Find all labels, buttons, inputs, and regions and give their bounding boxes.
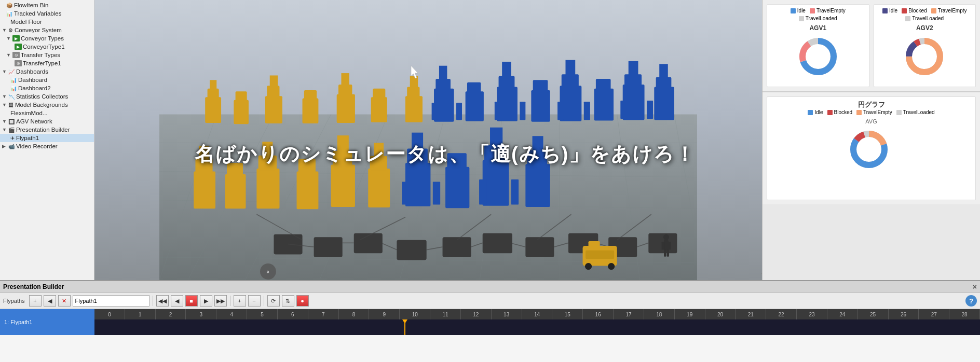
sidebar-item-conveyor-system[interactable]: ▼ ⚙ Conveyor System [0, 26, 94, 34]
pb-prev-frame-button[interactable]: ◀◀ [156, 295, 169, 307]
agv2-idle-label: Idle [889, 8, 897, 13]
svg-rect-56 [624, 74, 642, 87]
pb-stop-button[interactable]: ■ [185, 295, 198, 307]
sidebar-item-flowitem-bin[interactable]: 📦 FlowItem Bin [0, 1, 94, 9]
transfer-types-toggle[interactable]: ▼ [6, 52, 12, 58]
ruler-num-28: 28 [949, 309, 980, 319]
sidebar-item-video-recorder[interactable]: ▶ 📹 Video Recorder [0, 142, 94, 150]
viewport[interactable]: ⌖ ↗ 名ばかりのシミュレータは、「適(みち)」をあけろ！ [94, 0, 762, 280]
sidebar-item-model-floor[interactable]: Model Floor [0, 18, 94, 26]
sidebar-item-dashboard2[interactable]: 📊 Dashboard2 [0, 84, 94, 92]
pie-idle-swatch [808, 110, 813, 115]
dashboards-toggle[interactable]: ▼ [2, 69, 8, 74]
ruler-num-20: 20 [705, 309, 736, 319]
presentation-builder-panel: Presentation Builder × Flypaths + ◀ ✕ ◀◀… [0, 280, 980, 362]
sidebar-item-agv-network[interactable]: ▼ 🔲 AGV Network [0, 117, 94, 126]
sidebar-item-flexsim-mod[interactable]: FlexsimMod... [0, 109, 94, 117]
pb-track-content[interactable] [94, 319, 980, 335]
pb-flip-button[interactable]: ⇅ [282, 295, 294, 307]
svg-rect-25 [304, 90, 317, 101]
svg-rect-42 [499, 76, 515, 89]
sidebar-item-tracked-variables[interactable]: 📊 Tracked Variables [0, 9, 94, 18]
agv2-idle-color-swatch [882, 8, 888, 13]
agv1-donut [797, 36, 839, 77]
pb-ruler-numbers: 0 1 2 3 4 5 6 7 8 9 10 11 12 13 14 15 16… [94, 309, 980, 319]
agv-network-toggle[interactable]: ▼ [2, 119, 8, 124]
agv-network-icon: 🔲 [8, 119, 15, 124]
svg-rect-63 [194, 172, 215, 209]
svg-rect-90 [511, 179, 519, 204]
svg-rect-67 [227, 163, 243, 176]
svg-rect-62 [659, 64, 668, 78]
svg-rect-89 [479, 179, 486, 204]
ruler-num-14: 14 [522, 309, 553, 319]
ruler-num-5: 5 [247, 309, 278, 319]
pb-add-flypath-button[interactable]: + [29, 295, 42, 307]
sidebar-item-transfer-types[interactable]: ▼ ⊙ Transfer Types [0, 51, 94, 59]
svg-rect-32 [407, 87, 419, 99]
pie-travel-loaded-swatch [896, 110, 902, 115]
pb-next-frame-button[interactable]: ▶▶ [214, 295, 227, 307]
pb-close-button[interactable]: × [973, 283, 977, 291]
sidebar-item-conveyortype1[interactable]: ▶ ConveyorType1 [0, 43, 94, 51]
svg-rect-54 [596, 79, 611, 90]
sidebar-item-dashboard1[interactable]: 📊 Dashboard [0, 76, 94, 84]
agv1-legend-travel-loaded: TravelLoaded [799, 16, 837, 21]
sidebar-item-flypath1[interactable]: ✈ Flypath1 [0, 134, 94, 142]
pb-add-keyframe-button[interactable]: + [234, 295, 246, 307]
model-backgrounds-toggle[interactable]: ▼ [2, 102, 8, 107]
pb-playhead-triangle [402, 319, 407, 324]
pb-help-button[interactable]: ? [965, 295, 977, 307]
pb-flypath-name-input[interactable] [73, 295, 149, 307]
pie-chart-title: 円グラフ [770, 100, 972, 109]
pb-loop-button[interactable]: ⟳ [267, 295, 280, 307]
sidebar-item-dashboards[interactable]: ▼ 📈 Dashboards [0, 67, 94, 76]
svg-rect-38 [456, 103, 462, 120]
sidebar-item-statistics[interactable]: ▼ 📉 Statistics Collectors [0, 92, 94, 101]
svg-rect-29 [371, 97, 387, 122]
pb-title: Presentation Builder [3, 283, 64, 290]
conveyor-system-toggle[interactable]: ▼ [2, 27, 8, 33]
svg-rect-78 [374, 143, 384, 158]
svg-rect-97 [397, 240, 426, 260]
svg-rect-88 [490, 128, 502, 146]
svg-rect-52 [584, 102, 590, 120]
video-recorder-toggle[interactable]: ▶ [2, 144, 8, 149]
sidebar-item-conveyor-types[interactable]: ▼ ▶ Conveyor Types [0, 34, 94, 43]
pie-chart-section: 円グラフ Idle Blocked TravelEmpty [763, 92, 980, 204]
pb-delete-button[interactable]: ✕ [58, 295, 71, 307]
svg-rect-91 [525, 164, 550, 207]
svg-rect-53 [594, 89, 614, 121]
tracked-variables-icon: 📊 [6, 11, 12, 17]
pb-record-button[interactable]: ● [296, 295, 309, 307]
presentation-toggle[interactable]: ▼ [2, 127, 8, 132]
svg-rect-23 [270, 75, 278, 87]
sidebar-item-transfertype1[interactable]: ⊙ TransferType1 [0, 59, 94, 67]
transfertype1-icon: ⊙ [15, 60, 22, 66]
pb-step-fwd-button[interactable]: ▶ [200, 295, 212, 307]
pb-remove-keyframe-button[interactable]: − [248, 295, 261, 307]
conveyor-types-icon: ▶ [12, 35, 20, 41]
ruler-num-11: 11 [430, 309, 461, 319]
agv2-legend: Idle Blocked TravelEmpty TravelLoad [877, 8, 973, 21]
sidebar-item-model-backgrounds[interactable]: ▼ 🖼 Model Backgrounds [0, 101, 94, 109]
svg-rect-61 [656, 77, 672, 89]
pie-legend-idle: Idle [808, 109, 823, 115]
conveyor-types-toggle[interactable]: ▼ [6, 36, 12, 41]
pie-blocked-label: Blocked [834, 109, 853, 115]
pb-back-button[interactable]: ◀ [44, 295, 56, 307]
agv1-chart-box: Idle TravelEmpty TravelLoaded AGV1 [767, 4, 869, 87]
agv2-donut [904, 36, 945, 77]
sidebar-item-presentation-builder[interactable]: ▼ 🎬 Presentation Builder [0, 126, 94, 134]
ruler-num-1: 1 [125, 309, 156, 319]
statistics-toggle[interactable]: ▼ [2, 94, 8, 99]
pb-timeline-ruler[interactable]: 0 1 2 3 4 5 6 7 8 9 10 11 12 13 14 15 16… [94, 309, 980, 335]
pb-step-back-button[interactable]: ◀ [171, 295, 183, 307]
ruler-num-26: 26 [889, 309, 919, 319]
svg-rect-44 [495, 102, 500, 120]
ruler-num-9: 9 [369, 309, 400, 319]
svg-rect-73 [331, 164, 355, 207]
statistics-icon: 📉 [8, 94, 15, 100]
pb-separator3 [264, 296, 264, 306]
svg-rect-51 [557, 102, 564, 120]
